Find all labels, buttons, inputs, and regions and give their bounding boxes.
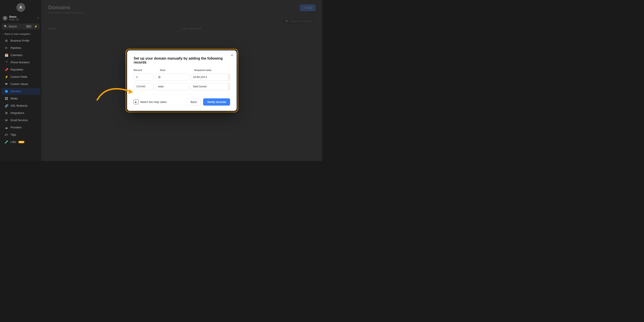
sidebar-item-label: Business Profile — [10, 39, 29, 42]
close-button[interactable]: × — [231, 54, 233, 58]
business-profile-icon: ⚙ — [4, 39, 8, 42]
modal-overlay: × Set up your domain manually by adding … — [42, 0, 322, 161]
sidebar-item-label: Custom Values — [10, 82, 28, 86]
sidebar-item-url-redirects[interactable]: 🔗URL Redirects — [1, 102, 40, 109]
sidebar-item-tags[interactable]: 🏷Tags — [1, 131, 40, 138]
custom-values-icon: ❤ — [4, 82, 8, 86]
host-wrapper-2: ⧉ — [156, 83, 188, 90]
sidebar-item-domains[interactable]: 🔷Domains — [1, 88, 40, 95]
back-button[interactable]: Back — [186, 98, 201, 106]
record-field-2[interactable] — [134, 83, 154, 90]
host-wrapper-1: ⧉ — [156, 74, 188, 81]
account-icon: D — [3, 16, 8, 20]
col-host-header: Host — [160, 69, 190, 72]
modal-wrapper: × Set up your domain manually by adding … — [126, 49, 238, 112]
providers-icon: ☁ — [4, 126, 8, 129]
watch-video-button[interactable]: ▶ Watch the help video — [134, 100, 167, 104]
sidebar-item-calendars[interactable]: 📅Calendars — [1, 52, 40, 59]
sidebar-item-pipelines[interactable]: ✏Pipelines — [1, 44, 40, 52]
chevron-left-icon: ‹ — [3, 33, 4, 35]
copy-required-2-button[interactable]: ⧉ — [228, 83, 230, 90]
modal-title: Set up your domain manually by adding th… — [134, 56, 230, 64]
required-wrapper-2: ⧉ — [191, 83, 230, 90]
records-table-header: Record Host Required value — [134, 69, 230, 72]
nav-items: ⚙Business Profile✏Pipelines📅Calendars📱Ph… — [0, 37, 42, 146]
account-location: Irvine, CA — [9, 18, 36, 21]
sidebar-item-label: Domains — [10, 90, 21, 93]
sidebar-item-phone-numbers[interactable]: 📱Phone Numbers — [1, 59, 40, 66]
required-wrapper-1: ⧉ — [191, 74, 230, 81]
watch-video-label: Watch the help video — [140, 100, 167, 104]
back-to-main-nav[interactable]: ‹ Back to main navigation — [0, 31, 42, 37]
sidebar-item-label: Providers — [10, 126, 22, 129]
sidebar-item-labs[interactable]: 🧪Labsnew — [1, 138, 40, 146]
search-shortcut: ⌘K — [26, 25, 32, 28]
col-record-header: Record — [134, 69, 156, 72]
sidebar-item-label: Pipelines — [10, 46, 21, 50]
new-badge: new — [18, 141, 24, 143]
required-field-2[interactable] — [191, 83, 228, 90]
account-name: Demo — [9, 15, 36, 18]
sidebar-item-label: Phone Numbers — [10, 61, 30, 64]
sidebar-item-integrations[interactable]: ⚙Integrations — [1, 110, 40, 116]
sidebar-item-custom-values[interactable]: ❤Custom Values — [1, 80, 40, 88]
sidebar-item-business-profile[interactable]: ⚙Business Profile — [1, 37, 40, 44]
custom-fields-icon: ⚡ — [4, 75, 8, 79]
search-bar[interactable]: 🔍 Search ⌘K ⚡ — [2, 24, 40, 30]
play-icon: ▶ — [134, 100, 138, 104]
phone-numbers-icon: 📱 — [4, 61, 8, 64]
sidebar-item-label: Tags — [10, 133, 16, 136]
table-row: ⧉ ⧉ — [134, 83, 230, 90]
url-redirects-icon: 🔗 — [4, 104, 8, 108]
domain-setup-modal: × Set up your domain manually by adding … — [127, 50, 237, 111]
records-table: Record Host Required value ⧉ — [134, 69, 230, 90]
calendars-icon: 📅 — [4, 54, 8, 57]
reputation-icon: 📌 — [4, 68, 8, 72]
sidebar-item-label: Calendars — [10, 54, 22, 57]
modal-footer: ▶ Watch the help video Back Verify recor… — [134, 95, 230, 106]
verify-records-button[interactable]: Verify records — [203, 98, 230, 106]
search-label: Search — [8, 25, 17, 28]
footer-buttons: Back Verify records — [186, 98, 230, 106]
sidebar-item-custom-fields[interactable]: ⚡Custom Fields — [1, 74, 40, 80]
search-icon: 🔍 — [4, 25, 7, 28]
main-content: Domains Need Help configuring domain? + … — [42, 0, 322, 161]
col-required-header: Required value — [194, 69, 230, 72]
media-icon: 🖼 — [4, 97, 8, 100]
host-field-2[interactable] — [156, 83, 188, 90]
sidebar-item-label: Email Services — [10, 119, 28, 122]
record-field-1[interactable] — [134, 74, 154, 80]
sidebar: A D Demo Irvine, CA ▾ 🔍 Search ⌘K ⚡ ‹ Ba… — [0, 0, 42, 161]
sidebar-item-label: Reputation — [10, 68, 23, 71]
avatar: A — [16, 3, 25, 12]
account-selector[interactable]: D Demo Irvine, CA ▾ — [0, 14, 42, 22]
sidebar-item-providers[interactable]: ☁Providers — [1, 124, 40, 131]
sidebar-item-label: Labs — [10, 140, 16, 144]
sidebar-avatar: A — [0, 0, 42, 14]
chevron-down-icon: ▾ — [38, 17, 39, 19]
labs-icon: 🧪 — [4, 140, 8, 144]
back-nav-label: Back to main navigation — [5, 33, 30, 35]
integrations-icon: ⚙ — [4, 111, 8, 115]
sidebar-item-email-services[interactable]: ✉Email Services — [1, 117, 40, 124]
required-field-1[interactable] — [191, 74, 228, 80]
sidebar-item-label: Integrations — [10, 112, 24, 114]
sidebar-item-label: Media — [10, 97, 18, 100]
tags-icon: 🏷 — [4, 133, 8, 136]
sidebar-item-media[interactable]: 🖼Media — [1, 95, 40, 102]
sidebar-item-label: Custom Fields — [10, 75, 28, 78]
modal-highlight-border: × Set up your domain manually by adding … — [126, 49, 238, 112]
domains-icon: 🔷 — [4, 90, 8, 93]
sidebar-item-label: URL Redirects — [10, 104, 28, 107]
pipelines-icon: ✏ — [4, 46, 8, 50]
sidebar-item-reputation[interactable]: 📌Reputation — [1, 66, 40, 73]
email-services-icon: ✉ — [4, 118, 8, 122]
host-field-1[interactable] — [156, 74, 188, 80]
lightning-icon: ⚡ — [34, 25, 38, 28]
copy-required-1-button[interactable]: ⧉ — [228, 74, 230, 80]
table-row: ⧉ ⧉ — [134, 74, 230, 81]
